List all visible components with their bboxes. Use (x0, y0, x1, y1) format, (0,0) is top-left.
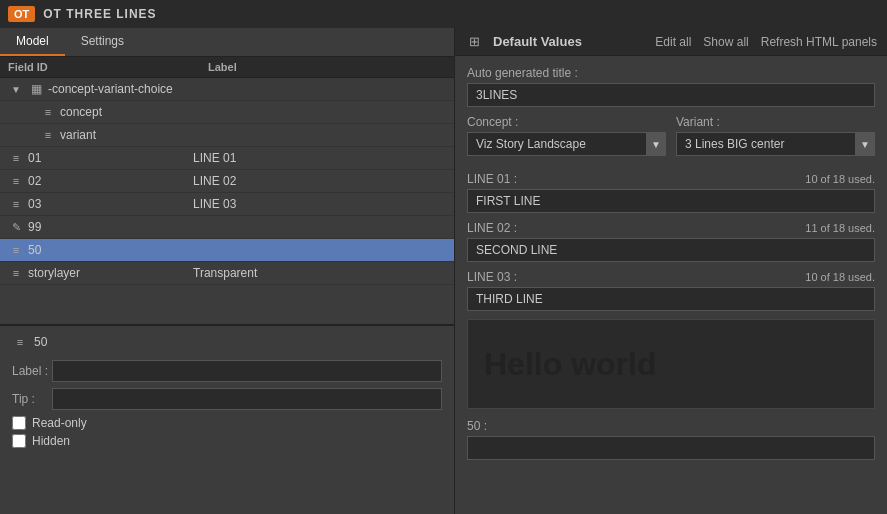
tip-form-row: Tip : (12, 388, 442, 410)
row-field-id-text: -concept-variant-choice (48, 82, 173, 96)
left-panel: Model Settings Field ID Label ▼ ▦ -conce… (0, 28, 455, 514)
row-field-id-text: concept (60, 105, 102, 119)
label-field-label: Label : (12, 364, 52, 378)
preview-area: Hello world (467, 319, 875, 409)
field50-label: 50 : (467, 419, 487, 433)
field50-group: 50 : (467, 419, 875, 460)
line01-group: LINE 01 : 10 of 18 used. (467, 172, 875, 213)
lines-icon: ≡ (8, 242, 24, 258)
right-header-title: Default Values (493, 34, 645, 49)
line01-input[interactable] (467, 189, 875, 213)
readonly-row: Read-only (12, 416, 442, 430)
label-form-row: Label : (12, 360, 442, 382)
tree-row[interactable]: ≡ 01 LINE 01 (0, 147, 454, 170)
line01-label: LINE 01 : (467, 172, 517, 186)
row-field-id-text: 02 (28, 174, 41, 188)
row-field-id-text: 03 (28, 197, 41, 211)
tabs: Model Settings (0, 28, 454, 57)
logo: OT (8, 6, 35, 22)
line01-count: 10 of 18 used. (805, 173, 875, 185)
hidden-row: Hidden (12, 434, 442, 448)
lines-icon: ≡ (8, 150, 24, 166)
bottom-panel-title: ≡ 50 (12, 334, 442, 350)
lines-icon: ≡ (40, 127, 56, 143)
refresh-button[interactable]: Refresh HTML panels (761, 35, 877, 49)
line02-input[interactable] (467, 238, 875, 262)
tree-row[interactable]: ▼ ▦ -concept-variant-choice (0, 78, 454, 101)
row-field-id-text: 99 (28, 220, 41, 234)
tree-table: Field ID Label ▼ ▦ -concept-variant-choi… (0, 57, 454, 324)
field50-input[interactable] (467, 436, 875, 460)
tip-field-label: Tip : (12, 392, 52, 406)
tree-row[interactable]: ≡ concept (0, 101, 454, 124)
line02-group: LINE 02 : 11 of 18 used. (467, 221, 875, 262)
tree-row[interactable]: ✎ 99 (0, 216, 454, 239)
concept-group: Concept : Viz Story Landscape ▼ (467, 115, 666, 156)
lines-icon: ≡ (8, 173, 24, 189)
concept-select[interactable]: Viz Story Landscape (467, 132, 666, 156)
readonly-checkbox[interactable] (12, 416, 26, 430)
tab-model[interactable]: Model (0, 28, 65, 56)
bottom-panel: ≡ 50 Label : Tip : Read-only Hidden (0, 324, 454, 514)
tree-row[interactable]: ≡ storylayer Transparent (0, 262, 454, 285)
lines-icon: ≡ (8, 196, 24, 212)
row-field-id-text: variant (60, 128, 96, 142)
edit-icon: ✎ (8, 219, 24, 235)
tab-settings[interactable]: Settings (65, 28, 140, 56)
col-label: Label (208, 61, 446, 73)
tree-row[interactable]: ≡ 02 LINE 02 (0, 170, 454, 193)
concept-label: Concept : (467, 115, 518, 129)
line03-label: LINE 03 : (467, 270, 517, 284)
tree-header: Field ID Label (0, 57, 454, 78)
row-field-id-text: storylayer (28, 266, 80, 280)
main-content: Model Settings Field ID Label ▼ ▦ -conce… (0, 28, 887, 514)
concept-variant-row: Concept : Viz Story Landscape ▼ Variant … (467, 115, 875, 164)
variant-select[interactable]: 3 Lines BIG center (676, 132, 875, 156)
variant-group: Variant : 3 Lines BIG center ▼ (676, 115, 875, 156)
preview-text: Hello world (484, 346, 656, 383)
edit-all-button[interactable]: Edit all (655, 35, 691, 49)
hidden-checkbox[interactable] (12, 434, 26, 448)
lines-icon: ≡ (12, 334, 28, 350)
header-actions: Edit all Show all Refresh HTML panels (655, 35, 877, 49)
variant-select-wrapper: 3 Lines BIG center ▼ (676, 132, 875, 156)
tip-input[interactable] (52, 388, 442, 410)
folder-icon: ▦ (28, 81, 44, 97)
tree-row[interactable]: ≡ variant (0, 124, 454, 147)
right-panel: ⊞ Default Values Edit all Show all Refre… (455, 28, 887, 514)
app-title: OT THREE LINES (43, 7, 156, 21)
label-input[interactable] (52, 360, 442, 382)
hidden-label: Hidden (32, 434, 70, 448)
row-label-text: LINE 03 (193, 197, 446, 211)
row-label-text: LINE 01 (193, 151, 446, 165)
auto-title-group: Auto generated title : (467, 66, 875, 107)
concept-select-wrapper: Viz Story Landscape ▼ (467, 132, 666, 156)
show-all-button[interactable]: Show all (703, 35, 748, 49)
line02-label: LINE 02 : (467, 221, 517, 235)
line03-input[interactable] (467, 287, 875, 311)
line02-count: 11 of 18 used. (805, 222, 875, 234)
tree-row[interactable]: ≡ 50 (0, 239, 454, 262)
triangle-icon: ▼ (8, 81, 24, 97)
col-field-id: Field ID (8, 61, 208, 73)
right-content: Auto generated title : Concept : Viz Sto… (455, 56, 887, 514)
lines-icon: ≡ (8, 265, 24, 281)
auto-title-label: Auto generated title : (467, 66, 578, 80)
tree-row[interactable]: ≡ 03 LINE 03 (0, 193, 454, 216)
row-field-id-text: 01 (28, 151, 41, 165)
top-bar: OT OT THREE LINES (0, 0, 887, 28)
line03-count: 10 of 18 used. (805, 271, 875, 283)
panel-icon: ⊞ (465, 33, 483, 51)
row-label-text: Transparent (193, 266, 446, 280)
readonly-label: Read-only (32, 416, 87, 430)
line03-group: LINE 03 : 10 of 18 used. (467, 270, 875, 311)
auto-title-input[interactable] (467, 83, 875, 107)
row-label-text: LINE 02 (193, 174, 446, 188)
lines-icon: ≡ (40, 104, 56, 120)
variant-label: Variant : (676, 115, 720, 129)
bottom-panel-title-text: 50 (34, 335, 47, 349)
row-field-id-text: 50 (28, 243, 41, 257)
right-header: ⊞ Default Values Edit all Show all Refre… (455, 28, 887, 56)
